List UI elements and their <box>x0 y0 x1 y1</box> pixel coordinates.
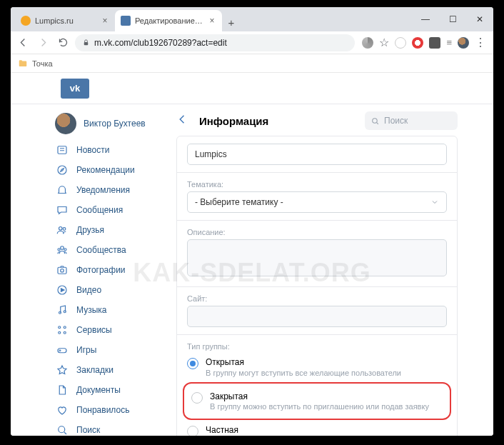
sidebar-item-label: Закладки <box>76 365 114 375</box>
sidebar-item-search[interactable]: Поиск <box>55 420 176 436</box>
highlighted-option: Закрытая В группу можно вступить по приг… <box>183 382 451 421</box>
sidebar-item-label: Игры <box>76 345 96 355</box>
radio-desc: В группу могут вступить все желающие пол… <box>206 369 401 377</box>
sidebar-item-photos[interactable]: Фотографии <box>55 260 176 280</box>
tab-close-icon[interactable]: × <box>208 16 216 25</box>
radio-icon <box>187 358 198 369</box>
site-label: Сайт: <box>187 294 447 303</box>
ext-icon[interactable]: ≡ <box>446 37 452 48</box>
url-field[interactable]: m.vk.com/club192670289?act=edit <box>75 34 355 51</box>
forward-button[interactable] <box>35 35 51 51</box>
sidebar-item-communities[interactable]: Сообщества <box>55 240 176 260</box>
sidebar-item-notifications[interactable]: Уведомления <box>55 180 176 200</box>
search-input[interactable]: Поиск <box>365 111 458 130</box>
ext-icon[interactable] <box>429 37 440 49</box>
topic-label: Тематика: <box>187 180 447 189</box>
radio-option-closed[interactable]: Закрытая В группу можно вступить по приг… <box>191 388 443 415</box>
favicon <box>121 16 131 26</box>
site-section: Сайт: <box>177 287 457 335</box>
avatar <box>55 113 76 134</box>
sidebar-item-label: Рекомендации <box>76 165 135 175</box>
minimize-button[interactable]: ― <box>412 7 439 31</box>
bookmarks-bar: Точка <box>11 54 493 73</box>
svg-point-19 <box>373 118 378 123</box>
sidebar-item-bookmarks[interactable]: Закладки <box>55 360 176 380</box>
star-icon[interactable]: ☆ <box>379 36 389 49</box>
heart-icon <box>55 403 69 417</box>
svg-point-4 <box>63 228 66 231</box>
tab-title: Редактирование сообщества L... <box>135 16 203 25</box>
profile-name: Виктор Бухтеев <box>84 119 146 129</box>
chat-icon <box>55 203 69 217</box>
sidebar-item-video[interactable]: Видео <box>55 280 176 300</box>
sidebar-item-games[interactable]: Игры <box>55 340 176 360</box>
site-input[interactable] <box>187 306 447 327</box>
description-input[interactable] <box>187 239 447 276</box>
sidebar-item-news[interactable]: Новости <box>55 140 176 160</box>
maximize-button[interactable]: ☐ <box>439 7 466 31</box>
sidebar-item-messages[interactable]: Сообщения <box>55 200 176 220</box>
gamepad-icon <box>55 343 69 357</box>
community-name-input[interactable] <box>187 144 447 165</box>
svg-point-5 <box>61 246 64 250</box>
browser-window: Lumpics.ru × Редактирование сообщества L… <box>11 7 493 436</box>
address-bar: m.vk.com/club192670289?act=edit ☆ ≡ ⋮ <box>11 31 493 54</box>
browser-tab[interactable]: Lumpics.ru × <box>15 10 115 31</box>
sidebar-item-label: Понравилось <box>76 405 129 415</box>
vk-logo[interactable]: vk <box>61 79 89 99</box>
sidebar-item-recommendations[interactable]: Рекомендации <box>55 160 176 180</box>
svg-point-7 <box>64 249 66 251</box>
radio-option-private[interactable]: Частная В группу можно попасть только по… <box>187 421 447 436</box>
lock-icon <box>82 39 90 46</box>
radio-icon <box>191 392 203 404</box>
chevron-down-icon <box>430 198 439 206</box>
radio-desc: В группу можно вступить по приглашению и… <box>210 402 429 411</box>
bell-icon <box>55 183 69 197</box>
url-text: m.vk.com/club192670289?act=edit <box>94 38 227 48</box>
svg-point-13 <box>59 326 61 329</box>
sidebar-item-label: Фотографии <box>76 265 126 275</box>
tab-close-icon[interactable]: × <box>101 16 109 25</box>
sidebar-item-label: Документы <box>76 385 121 395</box>
new-tab-button[interactable]: + <box>222 13 241 31</box>
sidebar-item-services[interactable]: Сервисы <box>55 320 176 340</box>
ext-icon[interactable] <box>395 37 406 49</box>
vk-header: vk <box>11 73 493 104</box>
sidebar-item-liked[interactable]: Понравилось <box>55 400 176 420</box>
name-section <box>177 136 457 173</box>
sidebar-item-friends[interactable]: Друзья <box>55 220 176 240</box>
sidebar-item-documents[interactable]: Документы <box>55 380 176 400</box>
sidebar-item-music[interactable]: Музыка <box>55 300 176 320</box>
tab-bar: Lumpics.ru × Редактирование сообщества L… <box>11 7 493 31</box>
sidebar-item-label: Сообщения <box>76 205 123 215</box>
browser-tab-active[interactable]: Редактирование сообщества L... × <box>115 10 222 31</box>
back-arrow-icon[interactable] <box>176 113 189 129</box>
topic-select[interactable]: - Выберите тематику - <box>187 191 447 213</box>
radio-option-open[interactable]: Открытая В группу могут вступить все жел… <box>187 354 447 381</box>
ext-icon[interactable] <box>412 37 423 49</box>
sidebar: Виктор Бухтеев Новости Рекомендации Увед… <box>11 73 176 436</box>
back-button[interactable] <box>15 35 31 51</box>
sidebar-item-label: Сообщества <box>76 245 126 255</box>
group-type-label: Тип группы: <box>187 342 447 351</box>
bookmark-folder[interactable]: Точка <box>32 59 53 68</box>
menu-icon[interactable]: ⋮ <box>475 36 486 49</box>
profile-row[interactable]: Виктор Бухтеев <box>55 110 176 140</box>
svg-point-2 <box>58 166 66 174</box>
profile-avatar-icon[interactable] <box>458 37 469 49</box>
reload-button[interactable] <box>55 35 71 51</box>
svg-point-12 <box>64 311 66 313</box>
document-icon <box>55 383 69 397</box>
group-type-section: Тип группы: Открытая В группу могут всту… <box>177 335 457 436</box>
news-icon <box>55 143 69 157</box>
window-controls: ― ☐ ✕ <box>412 7 493 31</box>
compass-icon <box>55 163 69 177</box>
close-window-button[interactable]: ✕ <box>466 7 493 31</box>
favicon <box>21 16 31 26</box>
sidebar-item-label: Видео <box>76 285 101 295</box>
svg-point-9 <box>61 269 64 273</box>
topic-section: Тематика: - Выберите тематику - <box>177 173 457 221</box>
ext-icon[interactable] <box>362 37 373 49</box>
svg-point-18 <box>59 426 65 433</box>
music-icon <box>55 303 69 317</box>
